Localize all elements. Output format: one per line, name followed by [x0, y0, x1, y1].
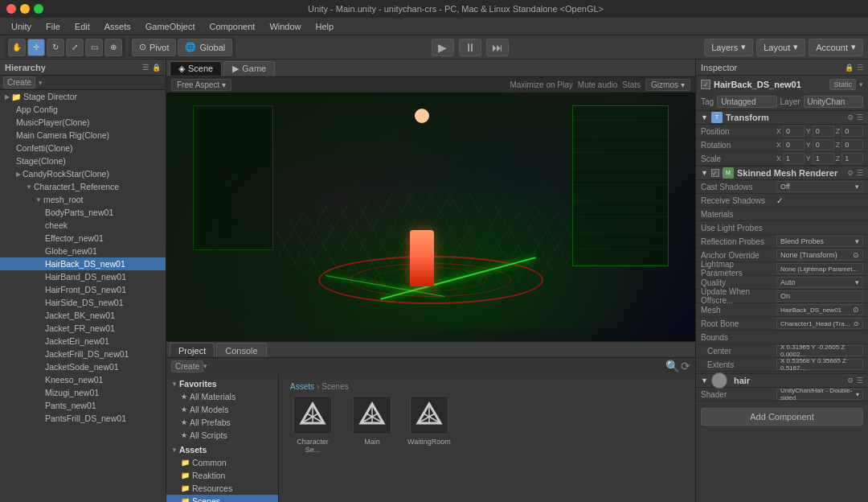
project-options[interactable]: ▾ — [203, 362, 207, 370]
minimize-button[interactable] — [20, 4, 30, 14]
reflection-probes-field[interactable]: Blend Probes ▾ — [776, 236, 863, 247]
account-dropdown[interactable]: Account ▾ — [809, 39, 863, 56]
material-menu-icon[interactable]: ☰ — [857, 376, 863, 385]
anchor-override-field[interactable]: None (Transform) ⊙ — [776, 249, 863, 261]
material-settings-icon[interactable]: ⚙ — [847, 376, 854, 385]
scale-x-field[interactable]: 1 — [783, 153, 805, 164]
smr-menu-icon[interactable]: ☰ — [857, 169, 863, 177]
tag-dropdown[interactable]: Untagged — [717, 96, 776, 108]
transform-tool[interactable]: ⊕ — [104, 39, 122, 56]
favorites-header[interactable]: ▼ Favorites — [166, 377, 278, 390]
hierarchy-item-hairback[interactable]: HairBack_DS_new01 — [0, 257, 166, 270]
stats-btn[interactable]: Stats — [622, 80, 641, 89]
asset-characterse[interactable]: Character Se... — [285, 393, 340, 457]
hierarchy-item-globe[interactable]: Globe_new01 — [0, 245, 166, 257]
cast-shadows-field[interactable]: Off ▾ — [776, 181, 863, 192]
browse-icon[interactable]: ⊙ — [853, 306, 859, 314]
hierarchy-item-jacketsode[interactable]: JacketSode_new01 — [0, 360, 166, 373]
assets-header[interactable]: ▼ Assets — [166, 443, 278, 456]
assets-resources[interactable]: 📁 Resources — [166, 482, 278, 495]
hand-tool[interactable]: ✋ — [8, 39, 26, 56]
assets-reaktion[interactable]: 📁 Reaktion — [166, 469, 278, 482]
asset-main[interactable]: Main — [350, 393, 395, 457]
project-all-models[interactable]: ★ All Models — [166, 403, 278, 416]
maximize-on-play[interactable]: Maximize on Play — [510, 80, 572, 89]
bounds-center-field[interactable]: X 0.31965 Y -0.2605 Z 0.0002... — [776, 345, 863, 356]
hierarchy-menu-icon[interactable]: ☰ — [142, 64, 149, 72]
browse-icon[interactable]: ⊙ — [853, 251, 859, 259]
hierarchy-item-hairfront[interactable]: HairFront_DS_new01 — [0, 283, 166, 296]
hierarchy-item-cheek[interactable]: cheek — [0, 219, 166, 232]
menu-window[interactable]: Window — [263, 20, 307, 33]
project-all-materials[interactable]: ★ All Materials — [166, 390, 278, 403]
step-button[interactable]: ⏭ — [486, 39, 509, 56]
layer-dropdown[interactable]: UnityChan — [804, 96, 863, 108]
menu-unity[interactable]: Unity — [5, 20, 38, 33]
static-badge[interactable]: Static — [829, 79, 856, 90]
scene-view[interactable] — [166, 93, 695, 341]
hierarchy-item-jacketeri[interactable]: JacketEri_new01 — [0, 335, 166, 348]
maximize-button[interactable] — [34, 4, 43, 14]
assets-common[interactable]: 📁 Common — [166, 456, 278, 469]
pause-button[interactable]: ⏸ — [459, 39, 481, 56]
pos-x-field[interactable]: 0 — [783, 126, 805, 137]
rot-x-field[interactable]: 0 — [783, 139, 805, 150]
pos-z-field[interactable]: 0 — [841, 126, 863, 137]
smr-active-checkbox[interactable]: ✓ — [711, 169, 719, 177]
scale-tool[interactable]: ⤢ — [66, 39, 84, 56]
hierarchy-item-jacketfr[interactable]: Jacket_FR_new01 — [0, 322, 166, 335]
hierarchy-item-pantsfrill[interactable]: PantsFrill_DS_new01 — [0, 412, 166, 425]
inspector-lock-icon[interactable]: 🔒 — [845, 64, 854, 72]
tab-game[interactable]: ▶ Game — [223, 61, 275, 76]
pivot-dropdown[interactable]: ⊙ Pivot — [132, 39, 176, 56]
smr-component-header[interactable]: ▼ ✓ M Skinned Mesh Renderer ⚙ ☰ — [696, 166, 868, 180]
hierarchy-item-kneeso[interactable]: Kneeso_new01 — [0, 373, 166, 386]
rect-tool[interactable]: ▭ — [85, 39, 103, 56]
receive-shadows-check[interactable]: ✓ — [776, 196, 783, 205]
free-aspect-btn[interactable]: Free Aspect ▾ — [171, 79, 231, 91]
play-button[interactable]: ▶ — [432, 39, 454, 56]
hierarchy-lock-icon[interactable]: 🔒 — [152, 64, 161, 72]
add-component-button[interactable]: Add Component — [701, 408, 863, 426]
hierarchy-item-candyrockstar[interactable]: ▶ CandyRockStar(Clone) — [0, 167, 166, 180]
material-component-header[interactable]: ▼ hair ⚙ ☰ — [696, 373, 868, 388]
menu-gameobject[interactable]: GameObject — [139, 20, 202, 33]
rot-y-field[interactable]: 0 — [813, 139, 834, 150]
menu-edit[interactable]: Edit — [68, 20, 96, 33]
inspector-menu-icon[interactable]: ☰ — [857, 64, 863, 72]
hierarchy-options[interactable]: ▾ — [39, 79, 43, 87]
update-offscreen-field[interactable]: On — [776, 290, 863, 302]
active-checkbox[interactable]: ✓ — [701, 80, 710, 89]
lightmap-params-field[interactable]: None (Lightmap Paramet... — [776, 263, 863, 274]
hierarchy-item-pants[interactable]: Pants_new01 — [0, 399, 166, 412]
shader-field[interactable]: UnityChan/Hair - Double-sided ▾ — [776, 389, 863, 400]
scale-z-field[interactable]: 1 — [841, 153, 863, 164]
hierarchy-item-camera[interactable]: Main Camera Rig(Clone) — [0, 129, 166, 142]
rot-z-field[interactable]: 0 — [841, 139, 863, 150]
menu-file[interactable]: File — [39, 20, 67, 33]
mesh-field[interactable]: HairBack_DS_new01 ⊙ — [776, 304, 863, 315]
move-tool[interactable]: ✛ — [27, 39, 45, 56]
browse-icon[interactable]: ⊙ — [854, 320, 859, 327]
menu-help[interactable]: Help — [309, 20, 341, 33]
quality-field[interactable]: Auto ▾ — [776, 277, 863, 288]
assets-scenes[interactable]: 📁 Scenes — [166, 495, 278, 502]
hierarchy-item-hairband[interactable]: HairBand_DS_new01 — [0, 270, 166, 283]
component-settings-icon[interactable]: ⚙ — [847, 113, 854, 121]
hierarchy-item-effector[interactable]: Effector_new01 — [0, 232, 166, 245]
tab-project[interactable]: Project — [170, 343, 215, 357]
project-create-btn[interactable]: Create — [171, 360, 203, 372]
smr-settings-icon[interactable]: ⚙ — [847, 169, 854, 177]
hierarchy-item-bodyparts[interactable]: BodyParts_new01 — [0, 206, 166, 219]
layers-dropdown[interactable]: Layers ▾ — [704, 39, 753, 56]
hierarchy-item-confetti[interactable]: Confetti(Clone) — [0, 142, 166, 154]
sync-icon[interactable]: ⟳ — [681, 360, 690, 372]
bounds-extents-field[interactable]: X 0.53568 Y 0.35665 Z 0.5167... — [776, 359, 863, 370]
root-bone-field[interactable]: Character1_Head (Tra... ⊙ — [776, 318, 863, 329]
project-all-scripts[interactable]: ★ All Scripts — [166, 429, 278, 442]
search-icon[interactable]: 🔍 — [665, 360, 679, 372]
project-all-prefabs[interactable]: ★ All Prefabs — [166, 416, 278, 429]
menu-component[interactable]: Component — [203, 20, 262, 33]
hierarchy-item-appconfig[interactable]: App Config — [0, 103, 166, 116]
hierarchy-item-jacketbk[interactable]: Jacket_BK_new01 — [0, 309, 166, 322]
